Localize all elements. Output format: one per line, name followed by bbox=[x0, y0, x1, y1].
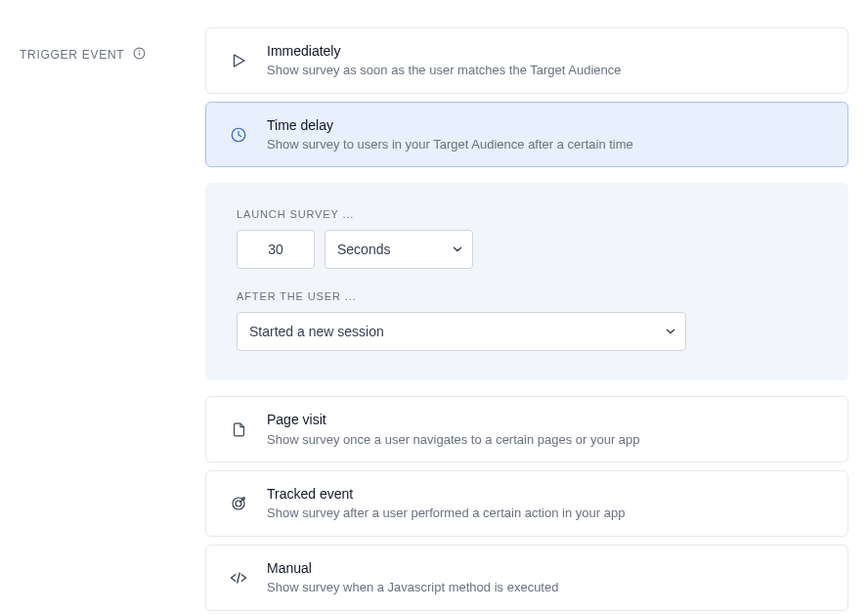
page-icon bbox=[228, 418, 249, 440]
option-title: Page visit bbox=[267, 411, 826, 428]
option-title: Time delay bbox=[267, 116, 826, 134]
option-title: Immediately bbox=[267, 42, 826, 60]
option-title: Tracked event bbox=[267, 485, 826, 503]
svg-point-2 bbox=[139, 51, 140, 52]
target-icon bbox=[228, 493, 249, 514]
svg-marker-3 bbox=[235, 55, 245, 66]
option-title: Manual bbox=[267, 559, 826, 577]
option-desc: Show survey as soon as the user matches … bbox=[267, 62, 826, 79]
after-user-label: AFTER THE USER ... bbox=[237, 290, 817, 302]
option-desc: Show survey once a user navigates to a c… bbox=[267, 431, 826, 449]
option-page-visit[interactable]: Page visit Show survey once a user navig… bbox=[205, 396, 848, 462]
time-delay-config-panel: LAUNCH SURVEY ... Seconds AFTER THE USER… bbox=[205, 183, 848, 380]
clock-icon bbox=[228, 124, 249, 146]
option-immediately[interactable]: Immediately Show survey as soon as the u… bbox=[205, 27, 848, 94]
info-icon[interactable] bbox=[133, 46, 146, 64]
option-desc: Show survey to users in your Target Audi… bbox=[267, 136, 826, 154]
delay-amount-input[interactable] bbox=[237, 230, 315, 269]
launch-survey-label: LAUNCH SURVEY ... bbox=[237, 208, 817, 220]
option-desc: Show survey when a Javascript method is … bbox=[267, 579, 826, 596]
delay-unit-select[interactable]: Seconds bbox=[325, 230, 473, 269]
section-label: TRIGGER EVENT bbox=[20, 48, 124, 62]
option-tracked-event[interactable]: Tracked event Show survey after a user p… bbox=[205, 470, 848, 537]
option-manual[interactable]: Manual Show survey when a Javascript met… bbox=[205, 545, 848, 611]
svg-line-7 bbox=[238, 573, 240, 583]
option-desc: Show survey after a user performed a cer… bbox=[267, 504, 826, 522]
code-icon bbox=[228, 567, 249, 589]
option-time-delay[interactable]: Time delay Show survey to users in your … bbox=[205, 102, 848, 168]
play-icon bbox=[228, 50, 249, 71]
after-user-select[interactable]: Started a new session bbox=[237, 312, 686, 351]
